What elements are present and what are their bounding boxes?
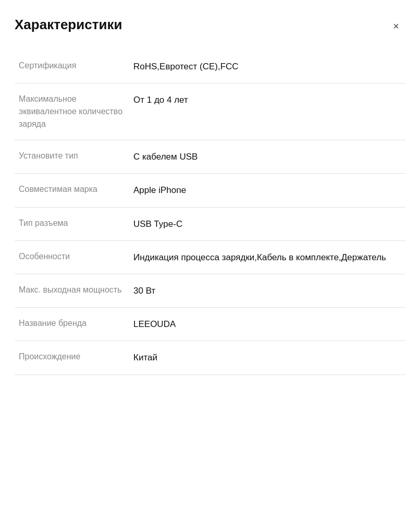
- spec-label: Особенности: [15, 240, 129, 274]
- spec-value: LEEOUDA: [129, 308, 405, 341]
- table-row: Макс. выходная мощность30 Вт: [15, 274, 405, 307]
- spec-value: RoHS,Евротест (CE),FCC: [129, 50, 405, 83]
- spec-value: Apple iPhone: [129, 174, 405, 207]
- spec-label: Название бренда: [15, 308, 129, 341]
- spec-value: USB Type-C: [129, 207, 405, 240]
- table-row: Тип разъемаUSB Type-C: [15, 207, 405, 240]
- table-row: Установите типС кабелем USB: [15, 140, 405, 174]
- spec-label: Макс. выходная мощность: [15, 274, 129, 307]
- modal-title: Характеристики: [15, 17, 122, 33]
- table-row: Максимальное эквивалентное количество за…: [15, 83, 405, 140]
- spec-value: Китай: [129, 341, 405, 374]
- spec-label: Тип разъема: [15, 207, 129, 240]
- table-row: ПроисхождениеКитай: [15, 341, 405, 374]
- spec-label: Максимальное эквивалентное количество за…: [15, 83, 129, 140]
- spec-value: С кабелем USB: [129, 140, 405, 174]
- spec-value: От 1 до 4 лет: [129, 83, 405, 140]
- spec-value: Индикация процесса зарядки,Кабель в комп…: [129, 240, 405, 274]
- close-button[interactable]: ×: [387, 17, 405, 35]
- spec-label: Установите тип: [15, 140, 129, 174]
- table-row: СертификацияRoHS,Евротест (CE),FCC: [15, 50, 405, 83]
- spec-label: Происхождение: [15, 341, 129, 374]
- modal-header: Характеристики ×: [15, 17, 405, 35]
- spec-value: 30 Вт: [129, 274, 405, 307]
- spec-label: Сертификация: [15, 50, 129, 83]
- specs-table: СертификацияRoHS,Евротест (CE),FCCМаксим…: [15, 50, 405, 375]
- table-row: Совместимая маркаApple iPhone: [15, 174, 405, 207]
- table-row: ОсобенностиИндикация процесса зарядки,Ка…: [15, 240, 405, 274]
- spec-label: Совместимая марка: [15, 174, 129, 207]
- specs-modal: Характеристики × СертификацияRoHS,Евроте…: [0, 0, 420, 521]
- table-row: Название брендаLEEOUDA: [15, 308, 405, 341]
